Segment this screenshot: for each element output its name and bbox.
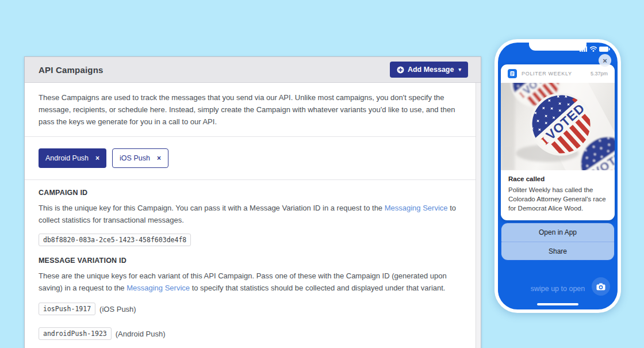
description-text: This is the unique key for this Campaign… bbox=[39, 204, 385, 212]
notification-body: Politer Weekly has called the Colorado A… bbox=[508, 185, 607, 213]
variant-row-android: androidPush-1923 (Android Push) bbox=[39, 327, 461, 340]
push-notification-card[interactable]: POLITER WEEKLY 5.37pm bbox=[501, 64, 615, 220]
message-variation-heading: MESSAGE VARIATION ID bbox=[39, 257, 461, 265]
phone-mockup: × POLITER WEEKLY bbox=[494, 39, 621, 313]
variant-label: (Android Push) bbox=[116, 330, 166, 338]
status-bar bbox=[580, 46, 610, 52]
notification-header: POLITER WEEKLY 5.37pm bbox=[501, 64, 615, 83]
scrollbar-track[interactable] bbox=[476, 83, 481, 348]
notification-time: 5.37pm bbox=[591, 71, 608, 77]
notification-image: I VOTED bbox=[501, 83, 615, 170]
variant-label: (iOS Push) bbox=[99, 305, 136, 313]
app-icon bbox=[508, 69, 517, 78]
tag-android-push[interactable]: Android Push × bbox=[39, 148, 106, 168]
variant-tags: Android Push × iOS Push × bbox=[39, 146, 461, 171]
notification-app-name: POLITER WEEKLY bbox=[522, 71, 586, 77]
variant-key: iosPush-1917 bbox=[39, 303, 95, 315]
campaign-id-heading: CAMPAIGN ID bbox=[39, 189, 461, 197]
description-text: to specify that statistics should be col… bbox=[190, 284, 445, 292]
messaging-service-link[interactable]: Messaging Service bbox=[126, 284, 190, 292]
open-in-app-button[interactable]: Open in App bbox=[501, 223, 614, 242]
remove-tag-icon[interactable]: × bbox=[157, 155, 161, 162]
close-notification-button[interactable]: × bbox=[599, 54, 611, 67]
battery-icon bbox=[599, 47, 610, 52]
camera-icon bbox=[596, 283, 605, 290]
phone-notch bbox=[529, 43, 586, 51]
panel-header: API Campaigns Add Message ▾ bbox=[25, 57, 481, 83]
notification-text: Race called Politer Weekly has called th… bbox=[501, 170, 615, 220]
messaging-service-link[interactable]: Messaging Service bbox=[385, 204, 448, 212]
message-variation-description: These are the unique keys for each varia… bbox=[39, 270, 461, 294]
phone-screen: × POLITER WEEKLY bbox=[498, 43, 618, 309]
camera-shortcut-button[interactable] bbox=[592, 277, 610, 296]
share-button[interactable]: Share bbox=[501, 242, 614, 260]
home-indicator[interactable] bbox=[537, 303, 578, 305]
campaign-id-description: This is the unique key for this Campaign… bbox=[39, 202, 461, 226]
tags-section: Android Push × iOS Push × bbox=[25, 137, 481, 180]
campaign-id-value: db8f8820-083a-2ce5-1423-458f603de4f8 bbox=[39, 234, 191, 246]
close-icon: × bbox=[603, 57, 607, 64]
wifi-icon bbox=[590, 46, 597, 52]
screen-content: POLITER WEEKLY 5.37pm bbox=[498, 43, 618, 309]
panel-body: These Campaigns are used to track the me… bbox=[25, 83, 481, 348]
tag-label: iOS Push bbox=[120, 154, 150, 162]
remove-tag-icon[interactable]: × bbox=[95, 155, 99, 162]
tag-ios-push[interactable]: iOS Push × bbox=[112, 148, 168, 168]
tag-label: Android Push bbox=[45, 154, 89, 162]
newspaper-icon bbox=[509, 71, 515, 77]
intro-section: These Campaigns are used to track the me… bbox=[25, 83, 481, 137]
ids-section: CAMPAIGN ID This is the unique key for t… bbox=[25, 180, 481, 348]
intro-text: These Campaigns are used to track the me… bbox=[39, 91, 461, 128]
add-message-label: Add Message bbox=[408, 66, 454, 74]
signal-icon bbox=[580, 46, 588, 52]
plus-icon bbox=[397, 66, 404, 74]
variant-row-ios: iosPush-1917 (iOS Push) bbox=[39, 303, 461, 315]
page-title: API Campaigns bbox=[39, 65, 103, 75]
chevron-down-icon: ▾ bbox=[458, 67, 461, 72]
add-message-button[interactable]: Add Message ▾ bbox=[390, 62, 468, 78]
api-campaigns-panel: API Campaigns Add Message ▾ These Campai… bbox=[24, 56, 481, 348]
notification-title: Race called bbox=[508, 175, 607, 182]
page-background: API Campaigns Add Message ▾ These Campai… bbox=[0, 0, 644, 348]
variant-key: androidPush-1923 bbox=[39, 327, 112, 340]
voted-stickers-image: I VOTED bbox=[501, 83, 615, 170]
notification-actions: Open in App Share bbox=[501, 223, 615, 261]
